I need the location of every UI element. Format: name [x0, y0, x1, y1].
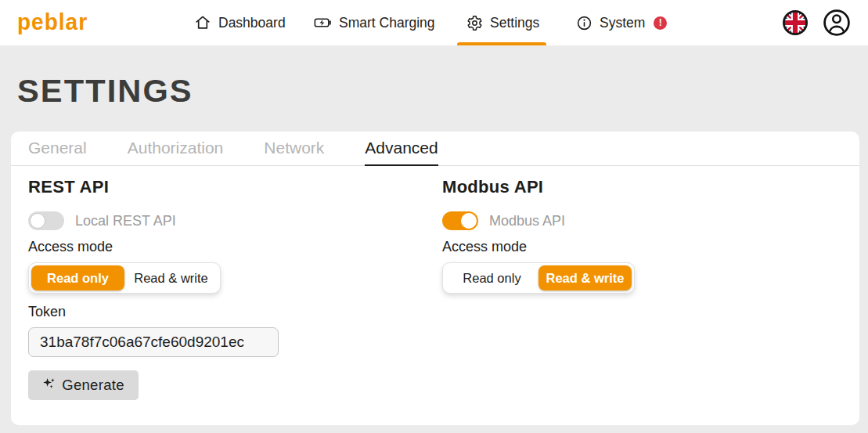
active-nav-indicator [457, 42, 546, 45]
tab-network[interactable]: Network [264, 132, 324, 166]
home-icon [194, 14, 211, 31]
brand-logo: peblar [17, 9, 88, 36]
nav-item-label: Settings [490, 15, 539, 31]
sparkles-icon [42, 377, 56, 395]
modbus-access-mode-switch: Read only Read & write [442, 262, 635, 294]
charging-icon [313, 14, 332, 31]
modbus-api-toggle-row: Modbus API [442, 211, 565, 230]
rest-read-only-option[interactable]: Read only [31, 265, 124, 290]
top-navbar: peblar Dashboard Smart Charging Set [0, 0, 868, 45]
settings-card: General Authorization Network Advanced R… [11, 132, 859, 425]
settings-tabs: General Authorization Network Advanced [11, 132, 859, 166]
modbus-read-write-option[interactable]: Read & write [538, 265, 632, 290]
rest-api-title: REST API [28, 177, 109, 197]
modbus-api-toggle[interactable] [442, 211, 478, 230]
account-button[interactable] [822, 8, 852, 38]
uk-flag-icon [782, 25, 809, 38]
page-title: SETTINGS [17, 74, 193, 109]
toggle-knob [30, 213, 45, 229]
nav-item-settings[interactable]: Settings [466, 0, 539, 45]
toggle-knob [461, 213, 477, 229]
generate-button-label: Generate [62, 377, 124, 394]
nav-item-label: Smart Charging [339, 15, 435, 31]
system-alert-badge: ! [654, 16, 667, 30]
rest-read-write-option[interactable]: Read & write [124, 265, 218, 290]
local-rest-api-toggle-row: Local REST API [28, 211, 176, 230]
info-icon [576, 15, 592, 31]
toggle-label: Modbus API [489, 213, 565, 229]
token-label: Token [28, 304, 66, 320]
tab-advanced[interactable]: Advanced [365, 132, 438, 166]
nav-item-system[interactable]: System ! [576, 0, 667, 45]
toggle-label: Local REST API [75, 213, 176, 229]
nav-item-smart-charging[interactable]: Smart Charging [313, 0, 435, 45]
access-mode-label: Access mode [28, 239, 113, 255]
generate-token-button[interactable]: Generate [28, 370, 139, 400]
tab-general[interactable]: General [28, 132, 87, 166]
modbus-api-title: Modbus API [442, 177, 543, 197]
access-mode-label: Access mode [442, 239, 527, 255]
language-flag-button[interactable] [782, 9, 809, 36]
gear-icon [466, 15, 483, 31]
user-avatar-icon [822, 27, 852, 40]
nav-item-dashboard[interactable]: Dashboard [194, 0, 286, 45]
nav-item-label: Dashboard [218, 15, 286, 31]
nav-item-label: System [600, 15, 645, 31]
local-rest-api-toggle[interactable] [28, 211, 64, 230]
tab-authorization[interactable]: Authorization [128, 132, 224, 166]
modbus-read-only-option[interactable]: Read only [445, 265, 538, 290]
token-input[interactable] [28, 327, 279, 357]
rest-access-mode-switch: Read only Read & write [28, 262, 221, 294]
